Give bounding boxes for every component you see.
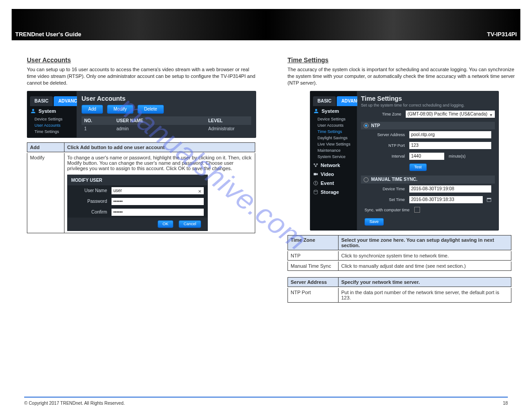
ntp-header: NTP [361, 122, 495, 130]
svg-point-7 [314, 190, 317, 191]
svg-rect-5 [316, 182, 316, 184]
modify-user-title: MODIFY USER [68, 175, 207, 185]
cell-username: admin [114, 125, 206, 133]
label-set-time: Set Time [365, 197, 407, 202]
svg-rect-1 [317, 163, 318, 164]
storage-icon [313, 189, 318, 195]
radio-ntp[interactable] [364, 123, 369, 128]
test-button[interactable]: Test [409, 163, 427, 171]
person-icon [30, 108, 36, 114]
input-username-value: user [113, 188, 122, 193]
sidebar-system-label-2: System [322, 108, 339, 114]
video-icon [313, 171, 318, 177]
label-username: User Name [71, 188, 109, 193]
sidebar-video-label: Video [321, 171, 334, 177]
label-interval: Interval [365, 154, 407, 158]
label-ntp-port: NTP Port [365, 143, 407, 148]
sidebar-item-maintenance[interactable]: Maintenance [310, 147, 357, 154]
network-icon [313, 163, 318, 168]
input-password[interactable]: •••••• [112, 198, 204, 205]
doc-cell-ntp: NTP [288, 251, 339, 260]
sidebar-section-network[interactable]: Network [310, 160, 357, 170]
label-confirm: Confirm [71, 210, 109, 214]
sidebar-item-system-service[interactable]: System Service [310, 154, 357, 160]
doc-cell-timezone: Time Zone [288, 235, 339, 250]
sidebar-item-device-settings-2[interactable]: Device Settings [310, 116, 357, 122]
input-server-address[interactable]: pool.ntp.org [409, 131, 491, 138]
section-title-time-settings: Time Settings [287, 56, 519, 64]
doc-cell-port-desc: Put in the data port number of the netwo… [339, 288, 511, 302]
cell-no: 1 [82, 125, 114, 133]
sidebar-section-storage[interactable]: Storage [310, 188, 357, 197]
panel-title-user-accounts: User Accounts [82, 94, 251, 103]
screenshot-modify-user: MODIFY USER User Name user ✕ Password [67, 175, 208, 231]
sidebar-item-user-accounts[interactable]: User Accounts [27, 122, 77, 128]
chevron-down-icon: ▾ [488, 111, 493, 117]
sidebar-network-label: Network [321, 163, 340, 168]
doc-row-modify: Modify [27, 153, 64, 233]
sidebar-section-video[interactable]: Video [310, 170, 357, 179]
sidebar-event-label: Event [321, 180, 334, 186]
sidebar-section-system[interactable]: System [27, 106, 77, 116]
manual-title: TRENDnet User's Guide [15, 31, 82, 38]
doc-cell-server: Server Address [288, 278, 339, 287]
sidebar-item-liveview[interactable]: Live View Settings [310, 141, 357, 147]
cancel-button[interactable]: Cancel [179, 220, 201, 228]
input-interval[interactable]: 1440 [409, 153, 444, 160]
delete-button[interactable]: Delete [137, 105, 164, 114]
tab-basic[interactable]: BASIC [30, 96, 53, 106]
input-device-time[interactable]: 2016-08-30T19:19:08 [409, 185, 491, 193]
svg-rect-3 [314, 173, 317, 175]
section-desc-time-settings: The accuracy of the system clock is impo… [287, 66, 519, 86]
tab-basic-2[interactable]: BASIC [313, 96, 336, 106]
input-confirm[interactable]: •••••• [112, 209, 204, 216]
sidebar-item-device-settings[interactable]: Device Settings [27, 116, 77, 122]
panel-title-time-settings: Time Settings [361, 94, 495, 103]
sidebar-system-label: System [39, 108, 56, 114]
table-row[interactable]: 1 admin Administrator [82, 125, 251, 133]
sidebar-storage-label: Storage [321, 189, 339, 195]
doc-cell-timezone-desc: Select your time zone here. You can setu… [339, 235, 511, 250]
sidebar-item-daylight[interactable]: Daylight Savings [310, 135, 357, 141]
input-username[interactable]: user ✕ [112, 187, 204, 194]
doc-cell-manual: Manual Time Sync [288, 261, 339, 270]
modify-button[interactable]: Modify [107, 105, 133, 114]
alert-icon [313, 180, 318, 186]
radio-manual[interactable] [364, 177, 369, 182]
th-level: LEVEL [206, 116, 251, 125]
label-server-address: Server Address [365, 133, 407, 137]
ok-button[interactable]: OK [158, 220, 173, 228]
sidebar-section-event[interactable]: Event [310, 179, 357, 188]
doc-cell-ntp-desc: Click to synchronize system time to netw… [339, 251, 511, 260]
label-timezone: Time Zone [361, 112, 403, 116]
sidebar-section-system-2[interactable]: System [310, 106, 357, 116]
add-button[interactable]: Add [82, 105, 103, 114]
label-interval-unit: minute(s) [449, 154, 466, 158]
th-username: USER NAME [114, 116, 206, 125]
sidebar-item-time-settings[interactable]: Time Settings [27, 128, 77, 135]
doc-cell-server-desc: Specify your network time server. [339, 278, 511, 287]
svg-rect-9 [487, 198, 491, 199]
header-banner: TRENDnet User's Guide TV-IP314PI [12, 9, 520, 40]
save-button[interactable]: Save [365, 218, 384, 226]
clear-icon[interactable]: ✕ [197, 188, 202, 193]
sidebar-item-time-settings-2[interactable]: Time Settings [310, 128, 357, 135]
model-number: TV-IP314PI [487, 31, 517, 38]
footer-rule [24, 397, 508, 398]
calendar-icon[interactable] [487, 197, 491, 202]
input-ntp-port[interactable]: 123 [409, 142, 491, 149]
doc-cell-manual-desc: Click to manually adjust date and time (… [339, 261, 511, 270]
th-no: NO. [82, 116, 114, 125]
screenshot-time-settings: BASIC ADVANCED System Device Settings Us… [310, 91, 499, 231]
doc-head-add: Add [27, 143, 64, 152]
user-accounts-table: NO. USER NAME LEVEL 1 admin Administrato… [82, 116, 251, 133]
doc-row-modify-desc: To change a user's name or password, hig… [67, 155, 252, 171]
label-password: Password [71, 199, 109, 204]
manual-header: MANUAL TIME SYNC. [361, 176, 495, 184]
select-timezone[interactable]: (GMT-08:00) Pacific Time (US&Canada) ▾ [406, 111, 495, 118]
sidebar-item-user-accounts-2[interactable]: User Accounts [310, 122, 357, 128]
input-set-time[interactable]: 2016-08-30T19:18:33 [409, 196, 483, 203]
checkbox-sync[interactable] [414, 207, 420, 213]
section-title-user-accounts: User Accounts [27, 56, 258, 64]
doc-cell-port: NTP Port [288, 288, 339, 302]
